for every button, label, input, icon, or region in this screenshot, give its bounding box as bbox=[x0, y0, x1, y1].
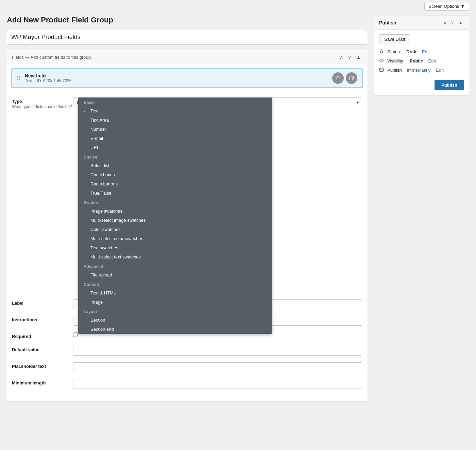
dropdown-item-multi-image-swatches[interactable]: Multi-select image swatches bbox=[78, 216, 272, 225]
panel-controls: ∧ ∨ ▲ bbox=[338, 54, 362, 60]
trash-icon bbox=[336, 76, 340, 80]
field-meta: Text ID: 62f0e7a6e7336 bbox=[25, 78, 332, 83]
field-name-label: New field bbox=[25, 73, 332, 78]
placeholder-input[interactable] bbox=[73, 362, 362, 372]
publish-button[interactable]: Publish bbox=[435, 80, 464, 90]
required-checkbox[interactable] bbox=[73, 332, 78, 337]
top-bar: Screen Options ▼ bbox=[0, 0, 476, 12]
type-label-col: Type What type of field should this be? bbox=[12, 97, 73, 109]
dropdown-item-email[interactable]: E-mail bbox=[78, 134, 272, 143]
duplicate-field-button[interactable] bbox=[346, 72, 357, 84]
dropdown-group-choice: Choice bbox=[78, 152, 272, 161]
dropdown-group-layout: Layout bbox=[78, 307, 272, 316]
panel-up-button[interactable]: ∧ bbox=[338, 54, 344, 60]
min-length-form-label: Minimum length bbox=[12, 380, 73, 385]
dropdown-item-color-swatches[interactable]: Color swatches bbox=[78, 225, 272, 234]
dropdown-item-checkboxes[interactable]: Checkboxes bbox=[78, 170, 272, 179]
field-id-label: ID: 62f0e7a6e7336 bbox=[37, 78, 71, 83]
dropdown-item-file-upload[interactable]: File upload bbox=[78, 270, 272, 280]
svg-rect-0 bbox=[350, 77, 353, 80]
publish-header: Publish ∧ ∨ ▲ bbox=[374, 16, 469, 30]
dropdown-item-text[interactable]: ✓ Text bbox=[78, 106, 272, 115]
status-meta: Status: Draft Edit bbox=[379, 49, 464, 55]
fields-panel-header: Fields — Add custom fields to this group… bbox=[7, 50, 367, 64]
dropdown-item-multi-color-swatches[interactable]: Multi-select color swatches bbox=[78, 234, 272, 243]
status-edit-link[interactable]: Edit bbox=[422, 49, 429, 54]
publish-down-button[interactable]: ∨ bbox=[449, 19, 456, 26]
dropdown-item-textarea[interactable]: Text Area bbox=[78, 115, 272, 125]
instructions-form-label: Instructions bbox=[12, 317, 73, 322]
field-row: ⠿ New field Text ID: 62f0e7a6e7336 bbox=[11, 68, 363, 88]
save-draft-button[interactable]: Save Draft bbox=[379, 34, 410, 44]
dropdown-group-swatch: Swatch bbox=[78, 198, 272, 206]
dropdown-item-radio-buttons[interactable]: Radio buttons bbox=[78, 179, 272, 188]
page-wrap: Add New Product Field Group Fields — Add… bbox=[0, 12, 476, 408]
type-form-row: Type What type of field should this be? … bbox=[12, 97, 362, 109]
sidebar: Publish ∧ ∨ ▲ Save Draft Status: bbox=[374, 16, 469, 95]
duplicate-icon bbox=[349, 76, 354, 80]
panel-toggle-button[interactable]: ▲ bbox=[355, 54, 362, 60]
default-value-form-label: Default value bbox=[12, 347, 73, 352]
clearfix: Publish bbox=[379, 76, 464, 90]
dropdown-group-advanced: Advanced bbox=[78, 262, 272, 270]
visibility-edit-link[interactable]: Edit bbox=[428, 58, 436, 64]
drag-handle-icon[interactable]: ⠿ bbox=[17, 75, 21, 82]
type-form-label: Type bbox=[12, 99, 73, 104]
delete-field-button[interactable] bbox=[332, 72, 344, 84]
dropdown-item-multi-text-swatches[interactable]: Multi-select text swatches bbox=[78, 252, 272, 262]
required-label-col: Required bbox=[12, 332, 73, 339]
field-actions bbox=[332, 72, 357, 84]
dropdown-item-true-false[interactable]: True/False bbox=[78, 188, 272, 198]
placeholder-form-label: Placeholder text bbox=[12, 364, 73, 369]
field-type-label: Text bbox=[25, 78, 32, 83]
placeholder-label-col: Placeholder text bbox=[12, 362, 73, 372]
calendar-icon bbox=[379, 67, 385, 73]
label-form-label: Label bbox=[12, 301, 73, 306]
dropdown-item-number[interactable]: Number bbox=[78, 125, 272, 134]
dropdown-item-image[interactable]: Image bbox=[78, 298, 272, 307]
dropdown-item-section[interactable]: Section bbox=[78, 316, 272, 325]
dropdown-item-text-html[interactable]: Text & HTML bbox=[78, 288, 272, 298]
type-form-desc: What type of field should this be? bbox=[12, 104, 72, 109]
default-value-form-row: Default value bbox=[12, 346, 362, 356]
screen-options-label: Screen Options bbox=[429, 4, 459, 9]
min-length-input[interactable] bbox=[73, 379, 362, 389]
publish-time-meta: Publish immediately Edit bbox=[379, 67, 464, 73]
dropdown-item-select-list[interactable]: Select list bbox=[78, 161, 272, 170]
type-dropdown[interactable]: Basic ✓ Text Text Area Number bbox=[78, 97, 272, 334]
publish-time-edit-link[interactable]: Edit bbox=[436, 68, 443, 73]
page-title: Add New Product Field Group bbox=[7, 16, 367, 24]
dropdown-item-section-end[interactable]: Section end bbox=[78, 325, 272, 334]
dropdown-group-basic: Basic bbox=[78, 97, 272, 106]
publish-up-button[interactable]: ∧ bbox=[442, 19, 448, 26]
dropdown-item-url[interactable]: URL bbox=[78, 143, 272, 152]
fields-panel: Fields — Add custom fields to this group… bbox=[7, 50, 367, 401]
screen-options-button[interactable]: Screen Options ▼ bbox=[424, 2, 469, 11]
publish-body: Save Draft Status: Draft Edit bbox=[374, 30, 469, 95]
default-value-input-col bbox=[73, 346, 362, 356]
dropdown-item-text-swatches[interactable]: Text swatches bbox=[78, 243, 272, 252]
status-icon bbox=[379, 49, 385, 55]
main-content: Add New Product Field Group Fields — Add… bbox=[7, 16, 367, 401]
visibility-icon bbox=[379, 58, 385, 64]
svg-point-2 bbox=[381, 60, 382, 61]
label-label-col: Label bbox=[12, 299, 73, 309]
placeholder-input-col bbox=[73, 362, 362, 372]
status-label: Status: bbox=[387, 49, 401, 54]
publish-panel: Publish ∧ ∨ ▲ Save Draft Status: bbox=[374, 16, 469, 95]
min-length-form-row: Minimum length bbox=[12, 379, 362, 389]
group-title-input[interactable] bbox=[7, 30, 367, 44]
dropdown-group-content: Content bbox=[78, 280, 272, 288]
publish-ctrl-btns: ∧ ∨ ▲ bbox=[442, 19, 464, 26]
status-value: Draft bbox=[406, 49, 417, 54]
publish-time-link[interactable]: immediately bbox=[407, 68, 430, 73]
field-info: New field Text ID: 62f0e7a6e7336 bbox=[25, 73, 332, 83]
default-value-input[interactable] bbox=[73, 346, 362, 356]
panel-down-button[interactable]: ∨ bbox=[346, 54, 353, 60]
placeholder-form-row: Placeholder text bbox=[12, 362, 362, 372]
chevron-down-icon: ▾ bbox=[357, 100, 359, 105]
dropdown-item-image-swatches[interactable]: Image swatches bbox=[78, 206, 272, 216]
field-form: Type What type of field should this be? … bbox=[7, 92, 367, 401]
publish-toggle-button[interactable]: ▲ bbox=[457, 19, 464, 26]
publish-title: Publish bbox=[379, 20, 396, 25]
